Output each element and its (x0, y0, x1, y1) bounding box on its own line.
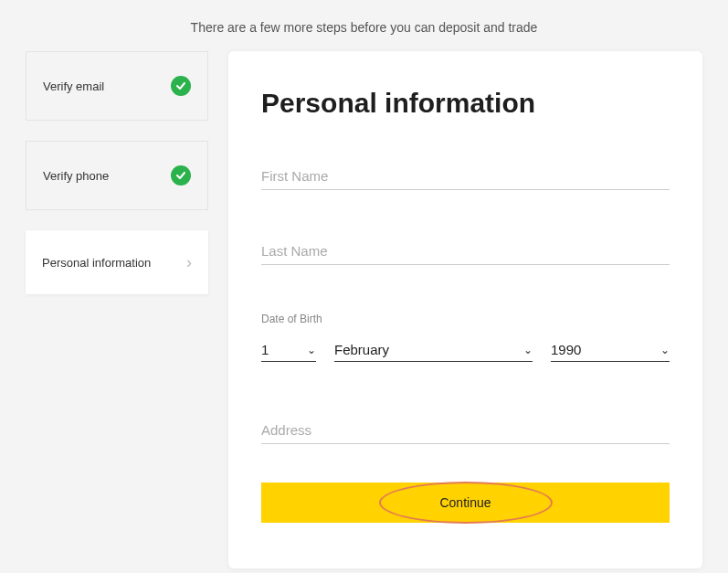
dob-month-value: February (334, 342, 389, 357)
dob-day-select[interactable]: 1 ⌄ (261, 338, 316, 362)
check-icon (171, 165, 191, 186)
step-verify-phone[interactable]: Verify phone (26, 141, 208, 210)
dob-year-select[interactable]: 1990 ⌄ (551, 338, 670, 362)
dob-month-select[interactable]: February ⌄ (334, 338, 533, 362)
dob-day-value: 1 (261, 342, 269, 357)
last-name-input[interactable] (261, 238, 670, 265)
chevron-down-icon: ⌄ (523, 344, 533, 356)
step-verify-email[interactable]: Verify email (26, 51, 208, 121)
chevron-down-icon: ⌄ (660, 344, 670, 356)
address-input[interactable] (261, 417, 670, 444)
chevron-down-icon: ⌄ (307, 344, 316, 356)
step-personal-information[interactable]: Personal information › (26, 230, 208, 294)
chevron-right-icon: › (186, 254, 192, 271)
step-label: Verify email (43, 80, 171, 93)
dob-year-value: 1990 (551, 342, 581, 357)
dob-label: Date of Birth (261, 313, 670, 325)
steps-sidebar: Verify email Verify phone Personal infor… (26, 51, 208, 568)
personal-information-card: Personal information Date of Birth 1 ⌄ F… (228, 51, 702, 568)
step-label: Personal information (42, 256, 186, 270)
step-label: Verify phone (43, 169, 171, 183)
continue-button[interactable]: Continue (261, 483, 670, 523)
check-icon (171, 76, 191, 96)
first-name-input[interactable] (261, 163, 670, 190)
card-title: Personal information (261, 88, 670, 119)
page-subtitle: There are a few more steps before you ca… (0, 0, 728, 51)
